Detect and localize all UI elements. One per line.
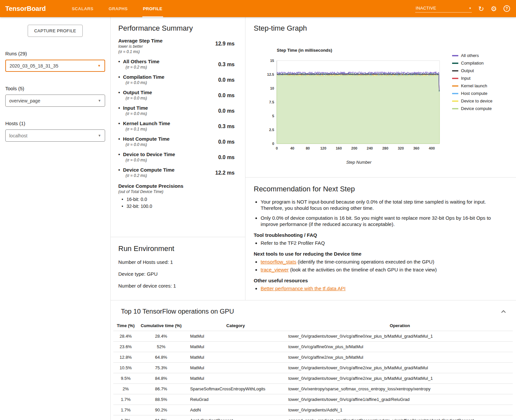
chart-area: Step Time (in milliseconds) 02.557.51012…	[254, 38, 516, 165]
metric-label: •Compilation Time	[118, 74, 164, 80]
perf-metric-row: •Kernel Launch Time(σ = 0.1 ms)0.3 ms	[118, 121, 240, 131]
top-ops-card: Top 10 TensorFlow operations on GPU Time…	[111, 300, 516, 420]
svg-text:400: 400	[429, 146, 435, 150]
metric-value: 0.3 ms	[218, 124, 235, 131]
next-tool-desc: (identify the time-consuming operations …	[296, 259, 434, 265]
tools-select[interactable]: overview_page ▼	[5, 95, 105, 107]
env-hosts-line: Number of Hosts used: 1	[118, 259, 240, 265]
cell-cumulative: 91.9%	[138, 415, 184, 420]
metric-value: 0.0 ms	[218, 77, 235, 85]
svg-text:12.5: 12.5	[267, 72, 274, 76]
precision-32bit: •32-bit: 100.0	[122, 204, 240, 209]
metric-value: 0.0 ms	[218, 139, 235, 147]
metric-label: Average Step Time	[118, 38, 162, 43]
cell-time: 9.5%	[113, 373, 138, 384]
metric-value: 12.2 ms	[215, 170, 235, 178]
legend-item: Kernel launch	[452, 83, 492, 88]
performance-summary-card: Performance Summary Average Step Time lo…	[111, 17, 245, 237]
cell-cumulative: 84.8%	[138, 373, 184, 384]
perf-metric-info: •Device Compute Time(σ = 0.2 ms)	[118, 167, 175, 178]
table-row: 1.7%88.5%ReluGradtower_0/v/gradients/tow…	[113, 394, 513, 405]
metric-sigma: (σ = 0.0 ms)	[126, 142, 170, 147]
metric-sigma: (σ = 0.1 ms)	[126, 127, 170, 131]
runs-select[interactable]: 2020_03_05_18_31_35 ▼	[5, 60, 105, 72]
tab-graphs[interactable]: GRAPHS	[101, 0, 135, 17]
legend-item: All others	[452, 53, 492, 58]
legend-swatch-icon	[452, 93, 458, 94]
svg-text:0: 0	[272, 142, 274, 146]
cell-category: MatMul	[184, 363, 287, 373]
legend-label: Host compute	[461, 91, 487, 96]
cell-category: MatMul	[184, 342, 287, 352]
performance-summary-title: Performance Summary	[118, 24, 240, 33]
chart-legend: All othersCompilationOutputInputKernel l…	[452, 53, 492, 165]
cell-operation: tower_0/v/gradients/tower_0/v/cg/affine1…	[287, 394, 513, 405]
runs-selected-value: 2020_03_05_18_31_35	[10, 63, 58, 69]
resources-heading: Other useful resources	[254, 278, 503, 283]
collapse-chevron-up-icon[interactable]	[500, 309, 507, 315]
chevron-down-icon: ▼	[98, 99, 101, 102]
chevron-down-icon: ▼	[98, 134, 101, 137]
cell-operation: tower_0/v/gradients/AddN_1	[287, 405, 513, 415]
tensorflow-stats-link[interactable]: tensorflow_stats	[261, 259, 296, 265]
refresh-icon[interactable]: ↻	[478, 5, 484, 12]
cell-operation: append_apply_gradient_ops/GradientDescen…	[287, 415, 513, 420]
tfdata-performance-link[interactable]: Better performance with the tf.data API	[261, 286, 346, 291]
hosts-select[interactable]: localhost ▼	[5, 129, 105, 142]
svg-text:80: 80	[306, 146, 310, 150]
average-step-time-info: Average Step Time lower is better (σ = 0…	[118, 38, 162, 54]
gear-icon[interactable]: ⚙	[491, 5, 497, 12]
cell-operation: tower_0/v/xentropy/sparse_softmax_cross_…	[287, 384, 513, 394]
perf-metric-list: •All Others Time(σ = 0.2 ms)0.3 ms•Compi…	[118, 59, 240, 178]
legend-swatch-icon	[452, 85, 458, 87]
recommendation-title: Recommendation for Next Step	[254, 185, 503, 193]
svg-text:120: 120	[320, 146, 326, 150]
cell-category: ApplyGradientDescent	[184, 415, 287, 420]
tab-profile[interactable]: PROFILE	[135, 0, 170, 17]
cell-time: 28.4%	[113, 331, 138, 342]
cell-time: 1.7%	[113, 405, 138, 415]
cell-operation: tower_0/v/gradients/tower_0/v/cg/affine2…	[287, 373, 513, 384]
perf-metric-row: •Compilation Time(σ = 0.0 ms)0.0 ms	[118, 74, 240, 85]
legend-swatch-icon	[452, 108, 458, 109]
step-time-graph-title: Step-time Graph	[254, 24, 516, 33]
perf-metric-row: •Host Compute Time(σ = 0.0 ms)0.0 ms	[118, 136, 240, 147]
runs-label: Runs (29)	[5, 51, 105, 56]
metric-value: 0.0 ms	[218, 93, 235, 100]
chart-x-axis-label: Step Number	[262, 160, 446, 165]
table-row: 9.5%84.8%MatMultower_0/v/gradients/tower…	[113, 373, 513, 384]
average-step-time-row: Average Step Time lower is better (σ = 0…	[118, 38, 240, 54]
tab-scalars[interactable]: SCALARS	[64, 0, 101, 17]
reload-status-select[interactable]: INACTIVE ▾	[415, 5, 472, 13]
metric-sigma: (σ = 0.0 ms)	[126, 111, 148, 116]
capture-profile-button[interactable]: CAPTURE PROFILE	[28, 25, 83, 37]
bullet-icon: •	[118, 167, 120, 173]
step-time-chart: 02.557.51012.515040801201602002402803203…	[262, 56, 446, 159]
cell-time: 1.7%	[113, 394, 138, 405]
metric-label: •Input Time	[118, 105, 148, 111]
bullet-icon: •	[118, 152, 120, 157]
bullet-icon: •	[118, 74, 120, 80]
top-ops-title: Top 10 TensorFlow operations on GPU	[121, 308, 234, 315]
next-tool-item: tensorflow_stats (identify the time-cons…	[261, 259, 503, 265]
trace-viewer-link[interactable]: trace_viewer	[261, 267, 289, 272]
cell-cumulative: 75.3%	[138, 363, 184, 373]
metric-sigma: (σ = 0.2 ms)	[126, 65, 159, 70]
svg-text:7.5: 7.5	[269, 100, 274, 104]
svg-text:5: 5	[272, 114, 274, 118]
metric-value: 0.0 ms	[218, 108, 235, 116]
perf-metric-info: •Kernel Launch Time(σ = 0.1 ms)	[118, 121, 170, 131]
bullet-icon: •	[118, 136, 120, 142]
step-time-graph-card: Step-time Graph Step Time (in millisecon…	[245, 17, 516, 178]
metric-label: •Output Time	[118, 90, 152, 95]
top-ops-table: Time (%) Cumulative time (%) Category Op…	[113, 321, 513, 420]
app-title: TensorBoard	[5, 5, 46, 13]
perf-metric-row: •Device to Device Time(σ = 0.0 ms)0.0 ms	[118, 152, 240, 162]
metric-sigma: (σ = 0.0 ms)	[126, 80, 164, 85]
svg-text:10: 10	[270, 86, 274, 90]
runs-group: Runs (29) 2020_03_05_18_31_35 ▼	[5, 51, 105, 72]
svg-text:160: 160	[336, 146, 342, 150]
legend-item: Output	[452, 68, 492, 73]
tools-group: Tools (5) overview_page ▼	[5, 86, 105, 107]
help-icon[interactable]: ?	[503, 5, 510, 12]
